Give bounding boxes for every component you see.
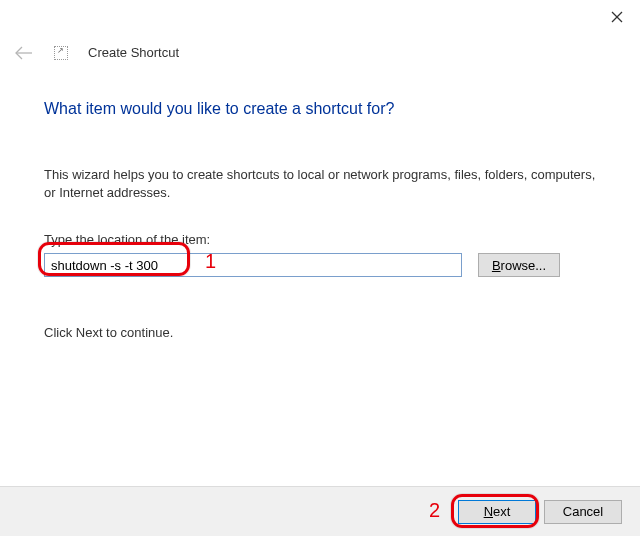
- location-input[interactable]: [44, 253, 462, 277]
- page-heading: What item would you like to create a sho…: [44, 100, 596, 118]
- input-row: Browse...: [44, 253, 596, 277]
- content-area: What item would you like to create a sho…: [44, 100, 596, 340]
- shortcut-icon: [54, 46, 68, 60]
- header: Create Shortcut: [14, 45, 179, 60]
- window-title: Create Shortcut: [88, 45, 179, 60]
- close-button[interactable]: [608, 8, 626, 26]
- close-icon: [611, 11, 623, 23]
- footer: Next Cancel: [0, 486, 640, 536]
- continue-text: Click Next to continue.: [44, 325, 596, 340]
- cancel-button[interactable]: Cancel: [544, 500, 622, 524]
- back-arrow-icon: [14, 46, 34, 60]
- location-label: Type the location of the item:: [44, 232, 596, 247]
- description-text: This wizard helps you to create shortcut…: [44, 166, 596, 202]
- next-button[interactable]: Next: [458, 500, 536, 524]
- browse-button[interactable]: Browse...: [478, 253, 560, 277]
